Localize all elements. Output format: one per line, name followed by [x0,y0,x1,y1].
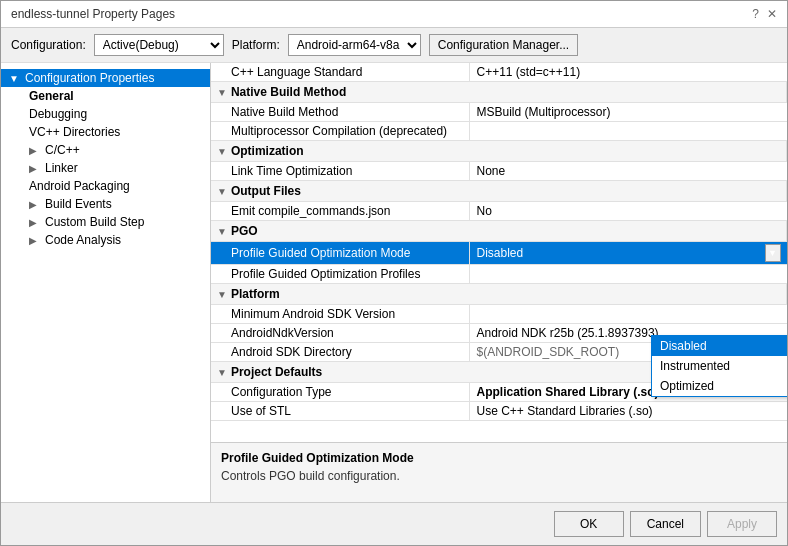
configuration-select[interactable]: Active(Debug) [94,34,224,56]
prop-row-compile-commands: Emit compile_commands.json No [211,202,787,221]
prop-value-min-sdk [470,305,787,324]
code-analysis-expand-icon: ▶ [29,235,45,246]
prop-row-pgo-profiles: Profile Guided Optimization Profiles [211,265,787,284]
configuration-manager-button[interactable]: Configuration Manager... [429,34,578,56]
platform-collapse-icon[interactable]: ▼ [217,289,227,300]
tree-item-build-events[interactable]: ▶ Build Events [21,195,210,213]
title-bar: endless-tunnel Property Pages ? ✕ [1,1,787,28]
section-native-build: ▼Native Build Method [211,82,787,103]
right-panel: C++ Language Standard C++11 (std=c++11) … [211,63,787,502]
close-icon[interactable]: ✕ [767,7,777,21]
prop-label-min-sdk: Minimum Android SDK Version [211,305,470,324]
pgo-mode-dropdown-btn[interactable]: ▼ [765,244,781,262]
tree-children: General Debugging VC++ Directories ▶ C/C… [1,87,210,249]
root-collapse-icon: ▼ [9,73,25,84]
pgo-mode-value: Disabled [476,246,764,260]
prop-value-pgo-profiles [470,265,787,284]
prop-row-native-method: Native Build Method MSBuild (Multiproces… [211,103,787,122]
tree-item-debugging[interactable]: Debugging [21,105,210,123]
config-row: Configuration: Active(Debug) Platform: A… [1,28,787,63]
pgo-collapse-icon[interactable]: ▼ [217,226,227,237]
tree-item-android-packaging[interactable]: Android Packaging [21,177,210,195]
footer: OK Cancel Apply [1,502,787,545]
tree-item-general[interactable]: General [21,87,210,105]
prop-label-sdk-dir: Android SDK Directory [211,343,470,362]
prop-label-multiprocessor: Multiprocessor Compilation (deprecated) [211,122,470,141]
prop-label-lto: Link Time Optimization [211,162,470,181]
project-defaults-collapse-icon[interactable]: ▼ [217,367,227,378]
prop-label-pgo-mode: Profile Guided Optimization Mode [211,242,470,265]
prop-label-pgo-profiles: Profile Guided Optimization Profiles [211,265,470,284]
build-events-expand-icon: ▶ [29,199,45,210]
prop-label-cpp-lang: C++ Language Standard [211,63,470,82]
tree-item-custom-build-label: Custom Build Step [45,215,144,229]
config-label: Configuration: [11,38,86,52]
tree-item-cpp[interactable]: ▶ C/C++ [21,141,210,159]
window-title: endless-tunnel Property Pages [11,7,175,21]
prop-value-multiprocessor [470,122,787,141]
prop-row-use-stl: Use of STL Use C++ Standard Libraries (.… [211,402,787,421]
pgo-mode-dropdown: Disabled Instrumented Optimized [651,335,787,397]
prop-row-multiprocessor: Multiprocessor Compilation (deprecated) [211,122,787,141]
prop-label-native-method: Native Build Method [211,103,470,122]
section-pgo: ▼PGO [211,221,787,242]
tree-item-custom-build-step[interactable]: ▶ Custom Build Step [21,213,210,231]
tree-item-linker[interactable]: ▶ Linker [21,159,210,177]
tree-item-code-analysis[interactable]: ▶ Code Analysis [21,231,210,249]
section-output-files-label: ▼Output Files [211,181,787,202]
prop-value-lto: None [470,162,787,181]
native-build-collapse-icon[interactable]: ▼ [217,87,227,98]
cancel-button[interactable]: Cancel [630,511,701,537]
main-content: ▼ Configuration Properties General Debug… [1,63,787,502]
prop-row-min-sdk: Minimum Android SDK Version [211,305,787,324]
prop-label-ndk-version: AndroidNdkVersion [211,324,470,343]
section-pgo-label: ▼PGO [211,221,787,242]
prop-label-compile-commands: Emit compile_commands.json [211,202,470,221]
tree-item-vc-directories[interactable]: VC++ Directories [21,123,210,141]
prop-row-cpp-lang: C++ Language Standard C++11 (std=c++11) [211,63,787,82]
description-panel: Profile Guided Optimization Mode Control… [211,442,787,502]
prop-value-pgo-mode: Disabled ▼ [470,242,787,265]
tree-root: ▼ Configuration Properties General Debug… [1,67,210,251]
platform-label: Platform: [232,38,280,52]
tree-item-code-analysis-label: Code Analysis [45,233,121,247]
props-area: C++ Language Standard C++11 (std=c++11) … [211,63,787,442]
optimization-collapse-icon[interactable]: ▼ [217,146,227,157]
output-files-collapse-icon[interactable]: ▼ [217,186,227,197]
tree-root-row[interactable]: ▼ Configuration Properties [1,69,210,87]
pgo-mode-select-wrapper: Disabled ▼ [476,244,780,262]
title-controls: ? ✕ [752,7,777,21]
ok-button[interactable]: OK [554,511,624,537]
linker-expand-icon: ▶ [29,163,45,174]
section-optimization: ▼Optimization [211,141,787,162]
section-output-files: ▼Output Files [211,181,787,202]
prop-value-cpp-lang: C++11 (std=c++11) [470,63,787,82]
dropdown-option-disabled[interactable]: Disabled [652,336,787,356]
cpp-expand-icon: ▶ [29,145,45,156]
tree-item-linker-label: Linker [45,161,78,175]
section-optimization-label: ▼Optimization [211,141,787,162]
left-panel: ▼ Configuration Properties General Debug… [1,63,211,502]
description-text: Controls PGO build configuration. [221,469,777,483]
prop-label-use-stl: Use of STL [211,402,470,421]
section-native-build-label: ▼Native Build Method [211,82,787,103]
dropdown-option-optimized[interactable]: Optimized [652,376,787,396]
section-platform-label: ▼Platform [211,284,787,305]
description-title: Profile Guided Optimization Mode [221,451,777,465]
prop-value-compile-commands: No [470,202,787,221]
help-icon[interactable]: ? [752,7,759,21]
prop-row-lto: Link Time Optimization None [211,162,787,181]
custom-build-expand-icon: ▶ [29,217,45,228]
apply-button[interactable]: Apply [707,511,777,537]
tree-root-label: Configuration Properties [25,71,154,85]
section-platform: ▼Platform [211,284,787,305]
prop-value-use-stl: Use C++ Standard Libraries (.so) [470,402,787,421]
prop-label-config-type: Configuration Type [211,383,470,402]
dropdown-option-instrumented[interactable]: Instrumented [652,356,787,376]
tree-item-cpp-label: C/C++ [45,143,80,157]
prop-row-pgo-mode[interactable]: Profile Guided Optimization Mode Disable… [211,242,787,265]
tree-item-build-events-label: Build Events [45,197,112,211]
prop-value-native-method: MSBuild (Multiprocessor) [470,103,787,122]
platform-select[interactable]: Android-arm64-v8a [288,34,421,56]
property-pages-window: endless-tunnel Property Pages ? ✕ Config… [0,0,788,546]
